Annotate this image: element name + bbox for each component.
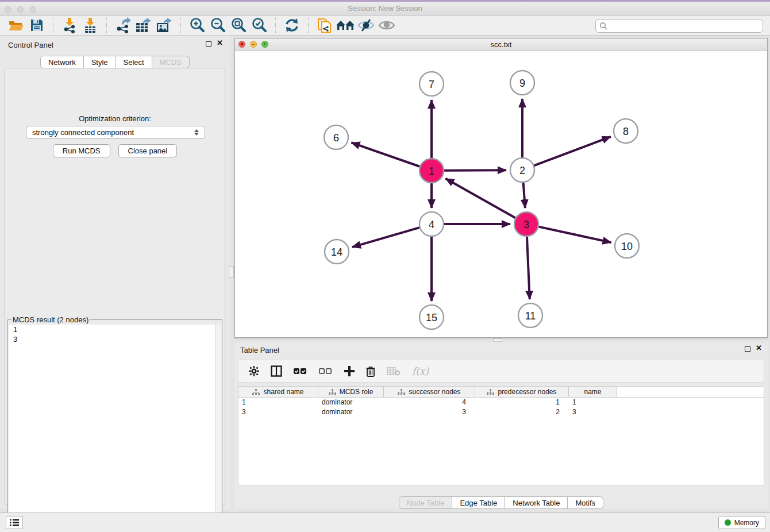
close-panel-button[interactable]: Close panel	[118, 144, 178, 157]
open-session-button[interactable]	[6, 17, 26, 34]
edge-2-3[interactable]	[523, 183, 525, 208]
node-1[interactable]: 1	[419, 159, 444, 183]
edge-3-1[interactable]	[445, 179, 515, 218]
node-6[interactable]: 6	[324, 125, 348, 149]
search-box[interactable]	[595, 19, 763, 33]
table-panel: Table Panel ✕	[234, 342, 768, 509]
table-toolbar: f(x)	[238, 360, 764, 383]
zoom-fit-icon	[230, 17, 247, 33]
table-cell[interactable]: 1	[238, 398, 318, 407]
add-row-button[interactable]	[344, 366, 355, 376]
table-cell[interactable]: dominator	[318, 398, 384, 407]
result-scrollbar[interactable]	[215, 325, 221, 527]
network-canvas[interactable]: 7968124314101511	[235, 51, 767, 337]
export-network-button[interactable]	[113, 17, 133, 34]
float-table-panel-icon[interactable]	[745, 346, 750, 352]
network-window-titlebar: ✕ − + scc.txt	[235, 38, 767, 51]
node-2[interactable]: 2	[510, 158, 534, 182]
mcds-result-area[interactable]: 13	[9, 325, 221, 527]
zoom-in-icon	[189, 17, 205, 33]
table-cell[interactable]: 3	[569, 407, 617, 417]
node-9[interactable]: 9	[510, 71, 534, 95]
node-11[interactable]: 11	[518, 303, 542, 327]
export-image-button[interactable]	[154, 17, 175, 34]
node-15[interactable]: 15	[419, 305, 444, 329]
close-table-panel-icon[interactable]: ✕	[756, 344, 762, 352]
delete-row-button[interactable]	[366, 366, 375, 377]
main-titlebar: Session: New Session	[0, 2, 770, 16]
table-tab-network-table[interactable]: Network Table	[505, 496, 568, 509]
run-mcds-button[interactable]: Run MCDS	[53, 144, 110, 157]
export-table-button[interactable]	[133, 17, 154, 34]
vertical-splitter-grip[interactable]	[229, 266, 234, 277]
node-7[interactable]: 7	[419, 72, 444, 96]
neighbors-button[interactable]	[335, 17, 356, 34]
node-8[interactable]: 8	[614, 119, 638, 143]
table-settings-button[interactable]	[249, 366, 259, 376]
import-table-icon	[83, 17, 98, 33]
select-all-button[interactable]	[294, 368, 307, 375]
table-cell-filler	[617, 407, 764, 417]
edge-1-6[interactable]	[351, 142, 419, 167]
column-header-successor-nodes[interactable]: successor nodes	[384, 387, 475, 398]
table-row[interactable]: 3dominator323	[238, 407, 764, 417]
zoom-out-button[interactable]	[207, 17, 228, 34]
refresh-button[interactable]	[282, 17, 302, 34]
table-cell[interactable]: dominator	[318, 407, 384, 417]
edge-4-14[interactable]	[352, 228, 419, 247]
node-14[interactable]: 14	[325, 240, 349, 264]
zoom-selected-button[interactable]	[249, 17, 270, 34]
clone-network-button[interactable]	[314, 17, 335, 34]
toolbar-separator	[308, 18, 309, 33]
close-panel-icon[interactable]: ✕	[217, 38, 223, 47]
table-tab-motifs[interactable]: Motifs	[568, 496, 603, 509]
edge-3-11[interactable]	[527, 237, 530, 299]
column-header-predecessor-nodes[interactable]: predecessor nodes	[475, 387, 569, 398]
eye-slash-icon	[357, 18, 375, 32]
criterion-dropdown[interactable]: strongly connected component	[26, 126, 205, 139]
delete-table-button[interactable]	[387, 367, 401, 376]
search-input[interactable]	[610, 22, 759, 30]
toggle-column-button[interactable]	[271, 365, 282, 377]
zoom-in-button[interactable]	[187, 17, 207, 34]
node-4[interactable]: 4	[419, 212, 444, 236]
edge-3-10[interactable]	[538, 227, 611, 242]
edge-2-8[interactable]	[534, 137, 611, 165]
column-header-shared-name[interactable]: shared name	[238, 387, 318, 398]
zoom-fit-button[interactable]	[228, 17, 249, 34]
table-cell[interactable]: 4	[384, 398, 475, 407]
horizontal-splitter-grip[interactable]	[493, 338, 502, 342]
show-all-button[interactable]	[376, 17, 397, 34]
table-cell[interactable]: 3	[384, 407, 475, 417]
table-cell[interactable]: 1	[475, 398, 569, 407]
node-10[interactable]: 10	[615, 234, 639, 258]
table-cell[interactable]: 2	[475, 407, 569, 417]
deselect-all-button[interactable]	[319, 368, 333, 375]
column-header-MCDS-role[interactable]: MCDS role	[318, 387, 384, 398]
table-cell[interactable]: 3	[238, 407, 318, 417]
import-network-button[interactable]	[59, 17, 80, 34]
tab-network[interactable]: Network	[40, 56, 84, 68]
tab-style[interactable]: Style	[84, 56, 116, 68]
import-table-button[interactable]	[80, 17, 101, 34]
table-cell[interactable]: 1	[569, 398, 617, 407]
clone-network-icon	[317, 17, 333, 34]
node-label: 8	[623, 126, 629, 137]
network-window-title: scc.txt	[235, 40, 767, 49]
memory-button[interactable]: Memory	[718, 516, 765, 529]
table-tab-edge-table[interactable]: Edge Table	[452, 496, 505, 509]
edge-1-2[interactable]	[444, 170, 506, 171]
column-header-name[interactable]: name	[569, 387, 617, 398]
task-history-button[interactable]	[6, 516, 23, 529]
tab-mcds[interactable]: MCDS	[152, 56, 190, 68]
float-panel-icon[interactable]	[206, 41, 211, 47]
table-row[interactable]: 1dominator411	[238, 398, 764, 407]
hide-selected-button[interactable]	[356, 17, 376, 34]
table-cell-filler	[617, 398, 764, 407]
node-3[interactable]: 3	[514, 212, 538, 236]
tab-select[interactable]: Select	[116, 56, 152, 68]
save-session-button[interactable]	[26, 17, 47, 34]
table-tab-node-table[interactable]: Node Table	[399, 496, 453, 509]
network-graph[interactable]: 7968124314101511	[235, 51, 767, 337]
function-builder-button[interactable]: f(x)	[412, 365, 429, 377]
